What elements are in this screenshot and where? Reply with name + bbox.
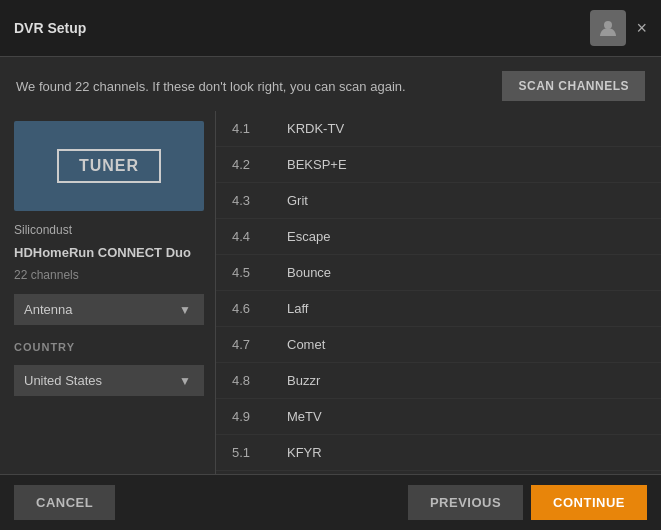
country-section-label: COUNTRY bbox=[14, 341, 201, 353]
tuner-icon-box: TUNER bbox=[14, 121, 204, 211]
scan-channels-button[interactable]: SCAN CHANNELS bbox=[502, 71, 645, 101]
dvr-setup-dialog: DVR Setup × We found 22 channels. If the… bbox=[0, 0, 661, 530]
channel-name: MeTV bbox=[287, 409, 322, 424]
tuner-label: TUNER bbox=[57, 149, 161, 183]
footer-right: PREVIOUS CONTINUE bbox=[408, 485, 647, 520]
channel-number: 4.4 bbox=[232, 229, 267, 244]
channel-row: 4.5Bounce bbox=[216, 255, 661, 291]
user-avatar bbox=[590, 10, 626, 46]
signal-type-select[interactable]: Antenna Cable bbox=[14, 294, 204, 325]
previous-button[interactable]: PREVIOUS bbox=[408, 485, 523, 520]
left-panel: TUNER Silicondust HDHomeRun CONNECT Duo … bbox=[0, 111, 215, 474]
continue-button[interactable]: CONTINUE bbox=[531, 485, 647, 520]
channel-number: 4.3 bbox=[232, 193, 267, 208]
device-channels: 22 channels bbox=[14, 268, 201, 282]
channel-row: 4.6Laff bbox=[216, 291, 661, 327]
channel-row: 4.7Comet bbox=[216, 327, 661, 363]
channel-number: 4.6 bbox=[232, 301, 267, 316]
channel-name: Grit bbox=[287, 193, 308, 208]
channel-number: 4.1 bbox=[232, 121, 267, 136]
found-channels-text: We found 22 channels. If these don't loo… bbox=[16, 79, 406, 94]
top-bar: We found 22 channels. If these don't loo… bbox=[0, 57, 661, 111]
channel-row: 5.1KFYR bbox=[216, 435, 661, 471]
channel-row: 4.2BEKSP+E bbox=[216, 147, 661, 183]
close-button[interactable]: × bbox=[636, 19, 647, 37]
channel-number: 4.7 bbox=[232, 337, 267, 352]
channel-number: 4.8 bbox=[232, 373, 267, 388]
channel-number: 4.5 bbox=[232, 265, 267, 280]
title-bar: DVR Setup × bbox=[0, 0, 661, 57]
channel-row: 4.8Buzzr bbox=[216, 363, 661, 399]
country-select[interactable]: United States Canada United Kingdom bbox=[14, 365, 204, 396]
footer: CANCEL PREVIOUS CONTINUE bbox=[0, 474, 661, 530]
signal-type-select-wrapper: Antenna Cable ▼ bbox=[14, 294, 201, 325]
device-brand: Silicondust bbox=[14, 223, 201, 237]
channel-name: KRDK-TV bbox=[287, 121, 344, 136]
dialog-title: DVR Setup bbox=[14, 20, 86, 36]
channel-row: 4.9MeTV bbox=[216, 399, 661, 435]
channel-name: BEKSP+E bbox=[287, 157, 347, 172]
channel-name: KFYR bbox=[287, 445, 322, 460]
channel-list: 4.1KRDK-TV4.2BEKSP+E4.3Grit4.4Escape4.5B… bbox=[215, 111, 661, 474]
cancel-button[interactable]: CANCEL bbox=[14, 485, 115, 520]
channel-row: 4.4Escape bbox=[216, 219, 661, 255]
channel-name: Comet bbox=[287, 337, 325, 352]
channel-number: 5.1 bbox=[232, 445, 267, 460]
channel-name: Buzzr bbox=[287, 373, 320, 388]
channel-name: Laff bbox=[287, 301, 308, 316]
channel-name: Escape bbox=[287, 229, 330, 244]
channel-name: Bounce bbox=[287, 265, 331, 280]
channel-number: 4.9 bbox=[232, 409, 267, 424]
channel-row: 4.1KRDK-TV bbox=[216, 111, 661, 147]
channel-row: 4.3Grit bbox=[216, 183, 661, 219]
svg-point-0 bbox=[604, 21, 612, 29]
footer-left: CANCEL bbox=[14, 485, 115, 520]
device-name: HDHomeRun CONNECT Duo bbox=[14, 245, 201, 260]
country-select-wrapper: United States Canada United Kingdom ▼ bbox=[14, 365, 201, 396]
main-body: TUNER Silicondust HDHomeRun CONNECT Duo … bbox=[0, 111, 661, 474]
channel-number: 4.2 bbox=[232, 157, 267, 172]
